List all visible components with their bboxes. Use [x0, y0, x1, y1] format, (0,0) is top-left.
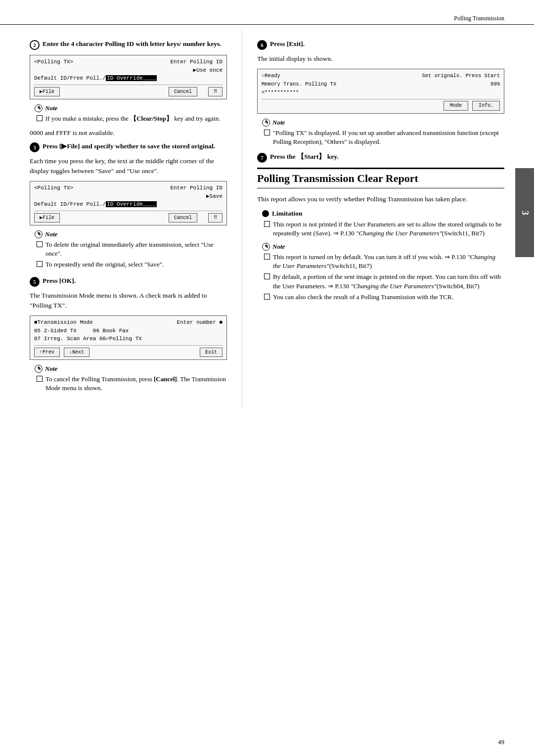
- section-title: Polling Transmission Clear Report: [257, 168, 504, 188]
- screen3-btn1[interactable]: ↑Prev: [34, 348, 60, 357]
- limitation-title: Limitation: [262, 210, 504, 218]
- screen4-row1-left: ○Ready: [262, 72, 280, 80]
- screen3-btn2[interactable]: ↓Next: [64, 348, 89, 357]
- screen4-btn1[interactable]: Mode: [444, 101, 468, 111]
- note4-label: Note: [272, 119, 285, 127]
- note5-item1: This report is turned on by default. You…: [262, 253, 504, 270]
- screen3-row1-right: Enter number ■: [177, 318, 222, 327]
- note3-icon: ✎: [35, 365, 43, 373]
- screen2: <Polling TX> Enter Polling ID ▶Save Defa…: [30, 181, 227, 225]
- note5-icon: ✎: [262, 243, 270, 251]
- screen2-highlight: ID Override____: [106, 201, 157, 207]
- step6-circle: 6: [257, 40, 267, 50]
- note3-title: ✎ Note: [35, 365, 227, 373]
- screen4-row3: ⌗***********: [262, 89, 500, 97]
- screen2-btn2[interactable]: Cancel: [169, 213, 197, 222]
- note5-text1: This report is turned on by default. You…: [273, 253, 504, 270]
- note5-item2: By default, a portion of the sent image …: [262, 272, 504, 290]
- screen4-row1-right: Set orignals. Press Start: [422, 72, 500, 80]
- note2-text2: To repeatedly send the original, select …: [45, 260, 164, 269]
- screen1-row1-right: Enter Polling ID: [170, 58, 222, 66]
- note2: ✎ Note To delete the original immediatel…: [30, 230, 227, 269]
- note5-text2: By default, a portion of the sent image …: [273, 272, 504, 290]
- limitation-bullet: [262, 210, 269, 217]
- note2-title: ✎ Note: [35, 230, 227, 238]
- screen3-row2: 05 2-Sided TX 06 Book Fax: [34, 327, 222, 335]
- screen1-row1-left: <Polling TX>: [34, 58, 73, 66]
- header-title: Polling Transmission: [454, 15, 504, 22]
- note3-checkbox1: [37, 376, 43, 382]
- screen2-row1-right: Enter Polling ID: [170, 184, 222, 192]
- note2-label: Note: [45, 230, 57, 238]
- note2-icon: ✎: [35, 230, 43, 238]
- step7-heading: 7 Press the 【Start】 key.: [257, 152, 504, 163]
- screen3-row3: 07 Irreg. Scan Area 08✓Polling TX: [34, 335, 222, 343]
- screen4-btn2[interactable]: Info.: [472, 101, 500, 111]
- page-number: 49: [498, 738, 504, 746]
- screen4: ○Ready Set orignals. Press Start Memory …: [257, 69, 504, 113]
- note1-icon: ✎: [35, 104, 43, 112]
- step3-body: Each time you press the key, the text at…: [30, 156, 227, 177]
- screen1-btn3: ⠿: [208, 87, 222, 96]
- limitation-checkbox1: [264, 221, 270, 227]
- limitation: Limitation This report is not printed if…: [257, 210, 504, 238]
- note4-text1: "Polling TX" is displayed. If you set up…: [273, 129, 504, 146]
- screen4-row2-right: 99%: [490, 80, 500, 89]
- page-container: Polling Transmission 3 2 Enter the 4 cha…: [0, 0, 534, 756]
- note4-checkbox1: [264, 130, 270, 135]
- step3-text: Press [▶File] and specify whether to sav…: [43, 142, 215, 151]
- note1-title: ✎ Note: [35, 104, 227, 112]
- note2-checkbox2: [37, 261, 43, 267]
- step6-heading: 6 Press [Exit].: [257, 40, 504, 50]
- note3-label: Note: [45, 365, 57, 373]
- note1-extra: 0000 and FFFF is not available.: [30, 128, 227, 138]
- note4-item1: "Polling TX" is displayed. If you set up…: [262, 129, 504, 146]
- note5-checkbox2: [264, 273, 270, 279]
- step2-text: Enter the 4 character Polling ID with le…: [43, 40, 222, 48]
- screen3-btn3[interactable]: Exit: [200, 348, 222, 357]
- note3: ✎ Note To cancel the Polling Transmissio…: [30, 365, 227, 393]
- step7-circle: 7: [257, 153, 267, 163]
- step6-text: Press [Exit].: [270, 40, 305, 48]
- note4-title: ✎ Note: [262, 119, 504, 127]
- note5-text3: You can also check the result of a Polli…: [273, 293, 453, 302]
- screen2-btn1[interactable]: ▶File: [34, 213, 60, 222]
- page-header: Polling Transmission: [0, 15, 534, 25]
- screen3: ■Transmission Mode Enter number ■ 05 2-S…: [30, 315, 227, 360]
- note2-item2: To repeatedly send the original, select …: [35, 260, 227, 269]
- screen4-row2-left: Memory Trans. Polling TX: [262, 80, 336, 89]
- note2-checkbox1: [37, 241, 43, 247]
- note5-checkbox1: [264, 254, 270, 260]
- screen2-row2-right: ▶Save: [206, 192, 222, 201]
- note1-text1: If you make a mistake, press the 【Clear/…: [45, 114, 220, 123]
- note3-text1: To cancel the Polling Transmission, pres…: [45, 375, 227, 393]
- limitation-item1: This report is not printed if the User P…: [262, 220, 504, 238]
- note5-checkbox3: [264, 294, 270, 300]
- note1-checkbox1: [37, 115, 43, 121]
- step5-heading: 5 Press [OK].: [30, 276, 227, 287]
- note3-item1: To cancel the Polling Transmission, pres…: [35, 375, 227, 393]
- note4: ✎ Note "Polling TX" is displayed. If you…: [257, 119, 504, 146]
- note5: ✎ Note This report is turned on by defau…: [257, 243, 504, 302]
- section-body: This report allows you to verify whether…: [257, 194, 504, 204]
- note1: ✎ Note If you make a mistake, press the …: [30, 104, 227, 123]
- sidebar-tab: 3: [515, 168, 534, 257]
- note5-item3: You can also check the result of a Polli…: [262, 293, 504, 302]
- left-column: 2 Enter the 4 character Polling ID with …: [0, 30, 242, 407]
- screen1-btn1[interactable]: ▶File: [34, 87, 60, 96]
- limitation-text1: This report is not printed if the User P…: [273, 220, 504, 238]
- step2-circle: 2: [30, 40, 40, 50]
- screen2-row1-left: <Polling TX>: [34, 184, 73, 192]
- step5-text: Press [OK].: [43, 276, 76, 285]
- step3-heading: 3 Press [▶File] and specify whether to s…: [30, 142, 227, 152]
- note5-title: ✎ Note: [262, 243, 504, 251]
- right-column: 6 Press [Exit]. The initial display is s…: [242, 30, 534, 407]
- step5-circle: 5: [30, 277, 40, 287]
- step3-circle: 3: [30, 142, 40, 152]
- step2-heading: 2 Enter the 4 character Polling ID with …: [30, 40, 227, 50]
- step5-body: The Transmission Mode menu is shown. A c…: [30, 291, 227, 311]
- screen1-btn2[interactable]: Cancel: [169, 87, 197, 96]
- note4-icon: ✎: [262, 119, 270, 127]
- content-columns: 2 Enter the 4 character Polling ID with …: [0, 30, 534, 407]
- screen1-row2-right: ▶Use once: [193, 66, 222, 75]
